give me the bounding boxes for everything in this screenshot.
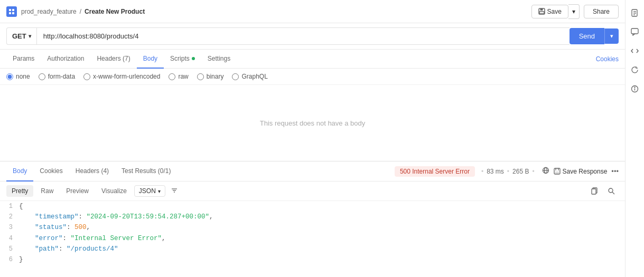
code-line-1: 1 { xyxy=(0,201,625,212)
body-options: none form-data x-www-form-urlencoded raw… xyxy=(0,69,625,85)
tab-headers[interactable]: Headers (7) xyxy=(90,50,136,69)
copy-icon[interactable] xyxy=(587,184,602,198)
response-code-block: 1 { 2 "timestamp": "2024-09-20T13:59:54.… xyxy=(0,201,625,277)
body-option-urlencoded[interactable]: x-www-form-urlencoded xyxy=(83,73,160,80)
svg-rect-3 xyxy=(12,12,14,14)
tab-body[interactable]: Body xyxy=(137,50,164,69)
resp-tab-cookies[interactable]: Cookies xyxy=(33,161,69,182)
response-time: 83 ms xyxy=(487,168,504,175)
format-select[interactable]: JSON ▾ xyxy=(134,185,165,197)
code-tab-pretty[interactable]: Pretty xyxy=(6,185,33,197)
tab-authorization[interactable]: Authorization xyxy=(41,50,90,69)
sidebar-icon-code[interactable] xyxy=(627,42,643,59)
resp-tab-body[interactable]: Body xyxy=(6,161,33,182)
cookies-link[interactable]: Cookies xyxy=(596,55,619,63)
svg-point-19 xyxy=(609,188,613,193)
code-line-6: 6 } xyxy=(0,254,625,265)
path-link[interactable]: "/products/4" xyxy=(67,245,118,253)
sidebar-icon-comment[interactable] xyxy=(627,23,643,40)
globe-icon xyxy=(542,167,549,176)
svg-rect-5 xyxy=(540,8,543,11)
body-option-none[interactable]: none xyxy=(6,73,30,80)
svg-rect-1 xyxy=(12,9,14,11)
search-icon[interactable] xyxy=(604,184,619,198)
resp-tab-test-results[interactable]: Test Results (0/1) xyxy=(115,161,177,182)
body-option-formdata[interactable]: form-data xyxy=(39,73,75,80)
method-select[interactable]: GET ▾ xyxy=(6,27,36,45)
app-logo xyxy=(6,6,17,17)
sidebar-icon-refresh[interactable] xyxy=(627,61,643,78)
svg-rect-13 xyxy=(555,171,559,174)
code-line-4: 4 "error": "Internal Server Error", xyxy=(0,233,625,244)
code-line-5: 5 "path": "/products/4" xyxy=(0,244,625,254)
body-option-binary[interactable]: binary xyxy=(197,73,224,80)
code-line-2: 2 "timestamp": "2024-09-20T13:59:54.287+… xyxy=(0,212,625,222)
code-tab-visualize[interactable]: Visualize xyxy=(96,185,132,197)
send-button[interactable]: Send xyxy=(570,28,604,44)
svg-rect-18 xyxy=(592,189,596,194)
breadcrumb-collection[interactable]: prod_ready_feature xyxy=(21,8,77,15)
body-option-raw[interactable]: raw xyxy=(169,73,188,80)
code-tabs-bar: Pretty Raw Preview Visualize JSON ▾ xyxy=(0,182,625,201)
resp-tab-headers[interactable]: Headers (4) xyxy=(69,161,115,182)
more-options-icon[interactable]: ••• xyxy=(611,167,619,175)
response-area: Body Cookies Headers (4) Test Results (0… xyxy=(0,161,625,277)
body-option-graphql[interactable]: GraphQL xyxy=(232,73,267,80)
breadcrumb-current: Create New Product xyxy=(85,8,145,15)
tab-scripts[interactable]: Scripts xyxy=(164,50,201,69)
format-value: JSON xyxy=(139,187,156,195)
save-button[interactable]: Save xyxy=(531,5,568,18)
breadcrumb-separator: / xyxy=(80,8,81,15)
sidebar-icon-info[interactable] xyxy=(627,80,643,97)
svg-rect-2 xyxy=(9,12,11,14)
code-tab-preview[interactable]: Preview xyxy=(61,185,94,197)
code-tab-raw[interactable]: Raw xyxy=(35,185,59,197)
save-response-button[interactable]: Save Response xyxy=(554,168,608,175)
body-placeholder: This request does not have a body xyxy=(0,85,625,161)
tab-settings[interactable]: Settings xyxy=(201,50,237,69)
breadcrumb: prod_ready_feature / Create New Product xyxy=(21,8,527,15)
status-badge: 500 Internal Server Error xyxy=(395,166,475,177)
save-label: Save xyxy=(547,8,562,15)
svg-rect-25 xyxy=(631,28,638,34)
share-button[interactable]: Share xyxy=(584,5,619,18)
request-tabs: Params Authorization Headers (7) Body Sc… xyxy=(0,50,625,69)
svg-line-20 xyxy=(612,192,614,194)
right-sidebar xyxy=(625,0,644,277)
method-value: GET xyxy=(12,32,26,40)
svg-rect-6 xyxy=(539,12,544,14)
scripts-dot xyxy=(192,57,195,60)
save-response-label: Save Response xyxy=(563,168,608,175)
filter-icon[interactable] xyxy=(171,187,178,196)
format-dropdown-icon: ▾ xyxy=(158,188,161,194)
save-dropdown-button[interactable]: ▾ xyxy=(568,4,580,19)
method-dropdown-icon: ▾ xyxy=(29,33,31,39)
svg-rect-0 xyxy=(9,9,11,11)
url-input[interactable] xyxy=(36,27,570,45)
response-size: 265 B xyxy=(512,168,529,175)
svg-point-28 xyxy=(634,87,635,88)
send-dropdown-button[interactable]: ▾ xyxy=(604,28,619,44)
url-bar: GET ▾ Send ▾ xyxy=(0,23,625,50)
response-meta: • 83 ms • 265 B • xyxy=(481,167,549,176)
response-tabs-bar: Body Cookies Headers (4) Test Results (0… xyxy=(0,161,625,182)
code-line-3: 3 "status": 500, xyxy=(0,222,625,233)
tab-params[interactable]: Params xyxy=(6,50,41,69)
sidebar-icon-document[interactable] xyxy=(627,4,643,21)
